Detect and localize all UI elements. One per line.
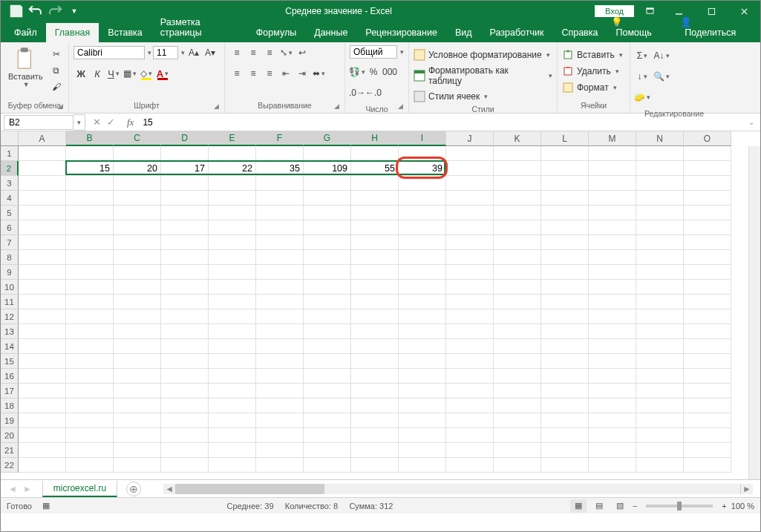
cell[interactable] bbox=[636, 339, 684, 354]
row-header[interactable]: 4 bbox=[1, 191, 19, 206]
cell[interactable] bbox=[351, 354, 399, 369]
cell[interactable] bbox=[114, 146, 161, 161]
cell[interactable] bbox=[636, 413, 684, 428]
cell[interactable] bbox=[541, 235, 589, 250]
column-header[interactable]: J bbox=[446, 131, 494, 146]
cell[interactable] bbox=[636, 176, 684, 191]
cell[interactable] bbox=[66, 295, 114, 309]
zoom-out-button[interactable]: − bbox=[633, 502, 637, 510]
cell[interactable] bbox=[399, 280, 446, 295]
cell[interactable] bbox=[399, 295, 446, 309]
cell[interactable] bbox=[684, 354, 731, 369]
cell[interactable] bbox=[446, 339, 494, 354]
cell[interactable] bbox=[399, 443, 446, 458]
cell[interactable] bbox=[446, 354, 494, 369]
cell[interactable] bbox=[304, 384, 351, 398]
cell[interactable] bbox=[446, 413, 494, 428]
cell[interactable] bbox=[351, 369, 399, 384]
font-color-icon[interactable]: А▾ bbox=[155, 66, 170, 81]
clear-icon[interactable]: 🧽▾ bbox=[635, 90, 650, 105]
formula-expand-icon[interactable]: ⌄ bbox=[742, 118, 760, 126]
cell[interactable] bbox=[66, 220, 114, 235]
cell[interactable] bbox=[114, 428, 161, 443]
cell[interactable] bbox=[304, 428, 351, 443]
cell[interactable] bbox=[589, 324, 636, 339]
insert-cells-button[interactable]: Вставить▾ bbox=[562, 48, 623, 62]
cell[interactable] bbox=[256, 443, 304, 458]
cell[interactable] bbox=[541, 220, 589, 235]
cell[interactable] bbox=[351, 206, 399, 220]
number-format-select[interactable] bbox=[350, 45, 397, 59]
tab-layout[interactable]: Разметка страницы bbox=[151, 13, 247, 42]
cell[interactable] bbox=[494, 206, 541, 220]
cell[interactable] bbox=[494, 384, 541, 398]
cell[interactable] bbox=[446, 176, 494, 191]
cell[interactable] bbox=[209, 324, 256, 339]
format-as-table-button[interactable]: Форматировать как таблицу▾ bbox=[414, 65, 552, 87]
cell[interactable] bbox=[304, 206, 351, 220]
cell[interactable] bbox=[161, 384, 209, 398]
cell[interactable] bbox=[684, 265, 731, 280]
cell[interactable] bbox=[66, 309, 114, 324]
tab-view[interactable]: Вид bbox=[446, 23, 481, 42]
cell[interactable] bbox=[446, 324, 494, 339]
cell[interactable] bbox=[66, 369, 114, 384]
cell[interactable] bbox=[589, 250, 636, 265]
zoom-slider[interactable] bbox=[646, 505, 713, 508]
cell[interactable] bbox=[541, 428, 589, 443]
cell[interactable] bbox=[351, 384, 399, 398]
cell[interactable] bbox=[19, 250, 66, 265]
cell[interactable] bbox=[66, 384, 114, 398]
select-all-corner[interactable] bbox=[1, 131, 19, 146]
cell[interactable] bbox=[19, 428, 66, 443]
cell[interactable] bbox=[541, 324, 589, 339]
cell[interactable]: 109 bbox=[304, 161, 351, 176]
column-header[interactable]: L bbox=[541, 131, 589, 146]
cell[interactable] bbox=[351, 220, 399, 235]
cell[interactable] bbox=[636, 280, 684, 295]
add-sheet-button[interactable]: ⊕ bbox=[126, 482, 141, 496]
cell[interactable] bbox=[684, 458, 731, 473]
cell[interactable] bbox=[304, 191, 351, 206]
cell[interactable] bbox=[161, 428, 209, 443]
column-header[interactable]: A bbox=[19, 131, 66, 146]
cell[interactable] bbox=[114, 265, 161, 280]
cell[interactable] bbox=[636, 250, 684, 265]
cell[interactable] bbox=[256, 413, 304, 428]
cell[interactable] bbox=[351, 398, 399, 413]
cell[interactable] bbox=[494, 280, 541, 295]
cell[interactable] bbox=[161, 265, 209, 280]
cell[interactable] bbox=[399, 354, 446, 369]
cell[interactable] bbox=[446, 161, 494, 176]
cell[interactable] bbox=[684, 443, 731, 458]
currency-icon[interactable]: 💱▾ bbox=[350, 65, 365, 79]
cell[interactable] bbox=[351, 295, 399, 309]
cell[interactable] bbox=[304, 309, 351, 324]
share-button[interactable]: 👤 Поделиться bbox=[676, 12, 753, 42]
cell[interactable] bbox=[399, 384, 446, 398]
cell[interactable] bbox=[209, 295, 256, 309]
cell[interactable] bbox=[114, 369, 161, 384]
cell[interactable] bbox=[684, 384, 731, 398]
cell-styles-button[interactable]: Стили ячеек▾ bbox=[414, 90, 488, 103]
cell[interactable] bbox=[66, 354, 114, 369]
name-box[interactable] bbox=[4, 115, 74, 130]
vertical-scrollbar[interactable] bbox=[748, 146, 760, 479]
cell[interactable] bbox=[399, 206, 446, 220]
cell[interactable] bbox=[636, 309, 684, 324]
font-size-select[interactable] bbox=[153, 46, 178, 59]
cell[interactable] bbox=[399, 265, 446, 280]
cell[interactable] bbox=[256, 324, 304, 339]
row-header[interactable]: 22 bbox=[1, 458, 19, 473]
cell[interactable] bbox=[589, 176, 636, 191]
cell[interactable] bbox=[684, 428, 731, 443]
cell[interactable] bbox=[494, 398, 541, 413]
cell[interactable] bbox=[256, 265, 304, 280]
tab-formulas[interactable]: Формулы bbox=[247, 23, 305, 42]
cell[interactable] bbox=[161, 398, 209, 413]
cell[interactable] bbox=[161, 369, 209, 384]
align-left-icon[interactable]: ≡ bbox=[229, 66, 244, 81]
cell[interactable] bbox=[636, 161, 684, 176]
cell[interactable] bbox=[446, 220, 494, 235]
cell[interactable] bbox=[66, 191, 114, 206]
